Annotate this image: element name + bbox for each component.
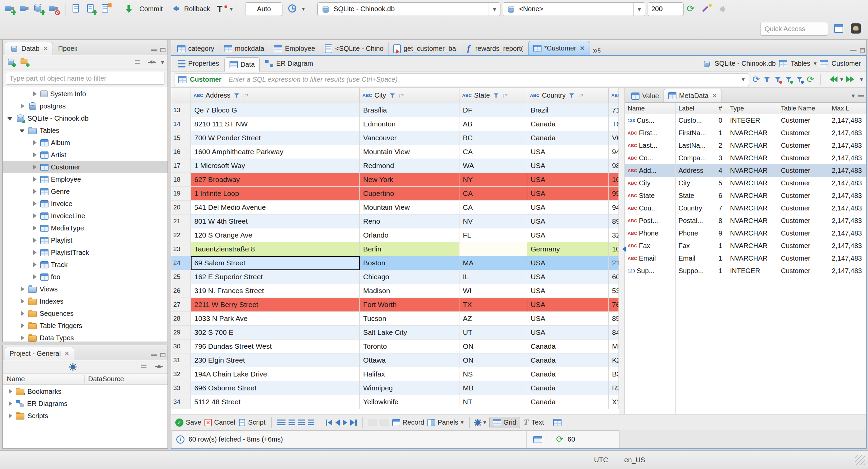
meta-table-cell[interactable]: Customer xyxy=(778,265,829,277)
navigator-filter[interactable] xyxy=(6,72,164,85)
cell-postal[interactable]: 85 xyxy=(609,312,619,326)
metadata-row[interactable]: ABC City City 5 NVARCHAR Customer 2,147,… xyxy=(625,177,866,189)
meta-type-cell[interactable]: NVARCHAR xyxy=(727,215,778,227)
cell-country[interactable]: USA xyxy=(527,284,609,298)
tree-item[interactable]: Track xyxy=(3,259,167,271)
cell-postal[interactable]: K2 xyxy=(609,353,619,367)
meta-ordinal-cell[interactable]: 9 xyxy=(717,227,727,240)
new-sql-editor-icon[interactable] xyxy=(85,3,97,15)
meta-ordinal-cell[interactable]: 6 xyxy=(717,189,727,202)
cell-country[interactable]: Germany xyxy=(527,242,609,256)
meta-label-cell[interactable]: City xyxy=(676,177,717,189)
cell-state[interactable]: FL xyxy=(459,228,527,242)
meta-max-cell[interactable]: 2,147,483 xyxy=(829,215,866,227)
meta-ordinal-cell[interactable]: 1 xyxy=(717,127,727,139)
cell-postal[interactable]: 76 xyxy=(609,298,619,312)
minimize-icon[interactable] xyxy=(151,354,157,356)
meta-label-cell[interactable]: Email xyxy=(676,252,717,265)
cell-city[interactable]: Madison xyxy=(360,284,459,298)
cell-address[interactable]: 1 Microsoft Way xyxy=(191,159,360,173)
cell-city[interactable]: Berlin xyxy=(360,242,459,256)
tree-item[interactable]: Employee xyxy=(3,173,167,185)
editor-tab[interactable]: Employee ✕ xyxy=(269,42,320,55)
meta-label-cell[interactable]: LastNa... xyxy=(676,139,717,152)
expander-icon[interactable] xyxy=(31,151,38,158)
meta-ordinal-cell[interactable]: 3 xyxy=(717,152,727,164)
locale-label[interactable]: en_US xyxy=(624,456,645,464)
meta-table-cell[interactable]: Customer xyxy=(778,127,829,139)
expander-icon[interactable] xyxy=(7,115,14,122)
record-button[interactable]: Record xyxy=(392,419,424,426)
meta-table-cell[interactable]: Customer xyxy=(778,114,829,127)
fetch-all-rows-icon[interactable] xyxy=(380,419,389,426)
column-header-ordinal[interactable]: # xyxy=(717,103,727,114)
cell-postal[interactable]: 94 xyxy=(609,201,619,215)
column-header-table[interactable]: Table Name xyxy=(778,103,829,114)
row-number[interactable]: 18 xyxy=(171,173,191,187)
metadata-row[interactable]: ABC Cou... Country 7 NVARCHAR Customer 2… xyxy=(625,202,866,215)
edit-inline-icon[interactable] xyxy=(289,420,295,425)
editor-tab[interactable]: <SQLite - Chino ✕ xyxy=(320,42,389,55)
caret-down-icon[interactable]: ▾ xyxy=(860,76,863,83)
cell-city[interactable]: Redmond xyxy=(360,159,459,173)
tree-item[interactable]: Invoice xyxy=(3,198,167,210)
table-row[interactable]: 21 801 W 4th Street Reno NV USA 89 xyxy=(171,215,619,228)
table-row[interactable]: 32 194A Chain Lake Drive Halifax NS Cana… xyxy=(171,367,619,381)
disconnect-icon[interactable] xyxy=(48,3,60,15)
meta-max-cell[interactable]: 2,147,483 xyxy=(829,189,866,202)
table-row[interactable]: 31 230 Elgin Street Ottawa ON Canada K2 xyxy=(171,353,619,367)
next-row-button[interactable] xyxy=(343,420,347,426)
tree-item[interactable]: InvoiceLine xyxy=(3,210,167,222)
transaction-log-button[interactable]: ▾ xyxy=(285,3,307,15)
row-number[interactable]: 19 xyxy=(171,187,191,201)
cell-city[interactable]: Cupertino xyxy=(360,187,459,201)
cell-country[interactable]: Canada xyxy=(527,367,609,381)
cell-country[interactable]: USA xyxy=(527,256,609,270)
cell-country[interactable]: USA xyxy=(527,270,609,284)
fetch-size-input[interactable] xyxy=(648,2,684,16)
navigator-filter-input[interactable] xyxy=(9,75,161,82)
tab-metadata[interactable]: MetaData ✕ xyxy=(664,89,722,102)
metadata-row[interactable]: ABC State State 6 NVARCHAR Customer 2,14… xyxy=(625,189,866,202)
table-row[interactable]: 19 1 Infinite Loop Cupertino CA USA 95 xyxy=(171,187,619,201)
connection-select[interactable]: SQLite - Chinook.db ▾ xyxy=(317,2,500,16)
table-row[interactable]: 17 1 Microsoft Way Redmond WA USA 98 xyxy=(171,159,619,173)
expander-icon[interactable] xyxy=(31,188,38,195)
expander-icon[interactable] xyxy=(7,412,14,419)
cell-country[interactable]: Canada xyxy=(527,340,609,353)
meta-max-cell[interactable]: 2,147,483 xyxy=(829,177,866,189)
tree-item[interactable]: Artist xyxy=(3,149,167,161)
quick-access-input[interactable] xyxy=(760,22,828,36)
clear-filter-icon[interactable] xyxy=(774,76,782,83)
cell-country[interactable]: Brazil xyxy=(527,103,609,117)
meta-type-cell[interactable]: NVARCHAR xyxy=(727,177,778,189)
meta-max-cell[interactable]: 2,147,483 xyxy=(829,164,866,177)
cell-state[interactable]: ON xyxy=(459,340,527,353)
meta-name-cell[interactable]: ABC Email xyxy=(625,252,676,265)
meta-name-cell[interactable]: ABC Co... xyxy=(625,152,676,164)
row-number[interactable]: 16 xyxy=(171,145,191,159)
column-header-name[interactable]: Name xyxy=(3,375,85,383)
cell-state[interactable]: TX xyxy=(459,298,527,312)
meta-type-cell[interactable]: INTEGER xyxy=(727,265,778,277)
filter-icon[interactable] xyxy=(234,93,240,99)
cell-city[interactable]: Mountain View xyxy=(360,201,459,215)
cell-address[interactable]: 1033 N Park Ave xyxy=(191,312,360,326)
meta-max-cell[interactable]: 2,147,483 xyxy=(829,240,866,252)
table-row[interactable]: 34 5112 48 Street Yellowknife NT Canada … xyxy=(171,395,619,409)
tree-item[interactable]: postgres xyxy=(3,100,167,112)
connect-icon[interactable] xyxy=(19,3,31,15)
minimize-icon[interactable] xyxy=(858,95,864,97)
filter-history-caret-icon[interactable]: ▾ xyxy=(738,76,748,83)
tab-data[interactable]: Data xyxy=(224,57,260,72)
table-row[interactable]: 22 120 S Orange Ave Orlando FL USA 32 xyxy=(171,228,619,242)
cell-country[interactable]: USA xyxy=(527,298,609,312)
cell-state[interactable] xyxy=(459,242,527,256)
minimize-icon[interactable] xyxy=(151,49,157,51)
cell-city[interactable]: Halifax xyxy=(360,367,459,381)
cell-city[interactable]: Toronto xyxy=(360,340,459,353)
cell-state[interactable]: CA xyxy=(459,201,527,215)
tree-item[interactable]: Bookmarks xyxy=(3,385,167,397)
meta-name-cell[interactable]: ABC Cou... xyxy=(625,202,676,215)
tree-item[interactable]: ER Diagrams xyxy=(3,397,167,410)
